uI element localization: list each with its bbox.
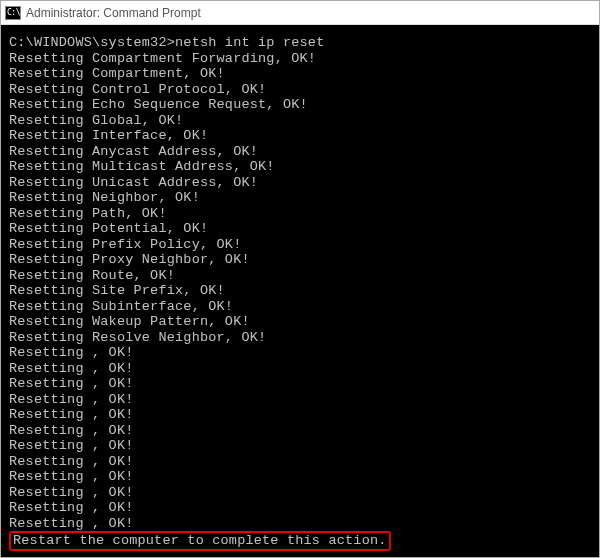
output-lines: Resetting Compartment Forwarding, OK! Re… (9, 51, 316, 531)
restart-message: Restart the computer to complete this ac… (13, 533, 387, 548)
window-title: Administrator: Command Prompt (26, 6, 201, 20)
restart-message-highlight: Restart the computer to complete this ac… (9, 531, 391, 551)
prompt-path: C:\WINDOWS\system32> (9, 35, 175, 50)
titlebar: C:\. Administrator: Command Prompt (1, 1, 599, 25)
terminal-area[interactable]: C:\WINDOWS\system32>netsh int ip resetRe… (1, 25, 599, 557)
command-prompt-window: C:\. Administrator: Command Prompt C:\WI… (0, 0, 600, 558)
prompt-line: C:\WINDOWS\system32>netsh int ip reset (9, 35, 591, 51)
command-text: netsh int ip reset (175, 35, 324, 50)
cmd-icon: C:\. (5, 6, 21, 20)
